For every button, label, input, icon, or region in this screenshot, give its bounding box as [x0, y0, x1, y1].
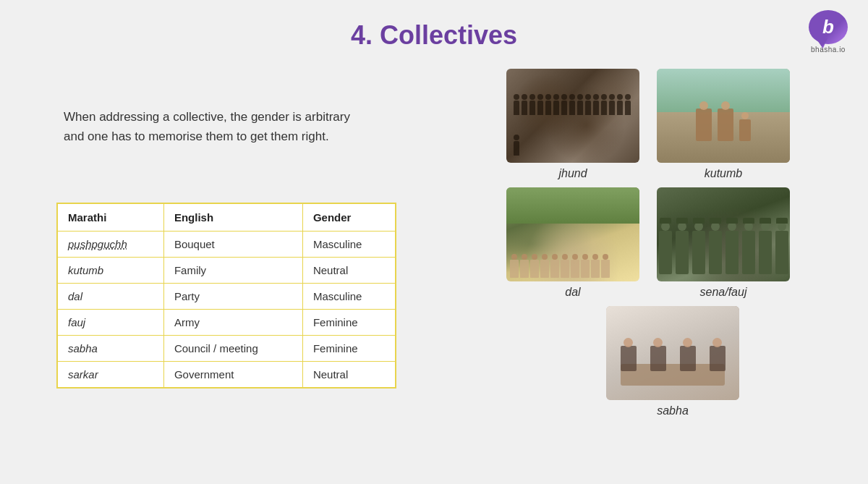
table-row: sabha Council / meeting Feminine [57, 336, 396, 362]
table-row: dal Party Masculine [57, 284, 396, 310]
image-jhund [506, 69, 639, 163]
english-cell: Family [163, 258, 302, 284]
figure [514, 101, 519, 115]
image-card-kutumb: kutumb [657, 69, 790, 180]
image-card-senafauj: sena/fauj [657, 187, 790, 299]
image-dal [506, 187, 639, 281]
col-gender: Gender [302, 203, 396, 232]
figure [514, 141, 519, 156]
seated-crowd [506, 224, 639, 281]
gender-cell: Neutral [302, 362, 396, 389]
family-persons [657, 109, 790, 141]
figure [617, 101, 623, 115]
fam-child [739, 119, 751, 141]
figure [545, 101, 551, 115]
figure [609, 101, 615, 115]
person [561, 260, 569, 278]
office-person [621, 346, 637, 371]
image-card-sabha: sabha [606, 306, 739, 417]
image-label-sabha: sabha [657, 404, 689, 417]
figure [522, 101, 527, 115]
table-row: fauj Army Feminine [57, 310, 396, 336]
description-line1: When addressing a collective, the gender… [64, 110, 350, 124]
tree-bg [506, 187, 639, 224]
table-row: kutumb Family Neutral [57, 258, 396, 284]
figure [553, 101, 559, 115]
image-card-jhund: jhund [506, 69, 639, 180]
figure [577, 101, 583, 115]
soldier [676, 231, 689, 274]
office-person [650, 346, 666, 371]
english-cell: Council / meeting [163, 336, 302, 362]
figure [585, 101, 591, 115]
marathi-cell: dal [57, 284, 163, 310]
figure [561, 101, 567, 115]
collectives-table: Marathi English Gender pushpguchh Bouque… [56, 203, 396, 389]
marathi-cell: kutumb [57, 258, 163, 284]
crowd-figures [506, 69, 639, 163]
person [530, 260, 539, 278]
soldier [775, 231, 788, 274]
english-cell: Party [163, 284, 302, 310]
english-cell: Government [163, 362, 302, 389]
soldier [692, 231, 705, 274]
soldier [759, 231, 772, 274]
figure [537, 101, 543, 115]
person [540, 260, 549, 278]
gender-cell: Neutral [302, 258, 396, 284]
office-persons [613, 346, 732, 371]
image-senafauj [657, 187, 790, 281]
soldier [742, 231, 755, 274]
image-sabha [606, 306, 739, 400]
image-row-2: dal sena/fauj [506, 187, 839, 299]
description-block: When addressing a collective, the gender… [64, 107, 350, 146]
gender-cell: Feminine [302, 336, 396, 362]
marathi-cell: fauj [57, 310, 163, 336]
image-kutumb [657, 69, 790, 163]
image-label-dal: dal [565, 286, 580, 299]
english-cell: Bouquet [163, 232, 302, 258]
gender-cell: Masculine [302, 232, 396, 258]
image-row-3: sabha [506, 306, 839, 417]
person [581, 260, 590, 278]
marathi-cell: sarkar [57, 362, 163, 389]
gender-cell: Masculine [302, 284, 396, 310]
person [601, 260, 610, 278]
table-row: sarkar Government Neutral [57, 362, 396, 389]
col-marathi: Marathi [57, 203, 163, 232]
logo-icon: b [809, 10, 848, 44]
army-row [657, 231, 790, 274]
soldier [726, 231, 739, 274]
fam-adult [696, 109, 712, 141]
figure [569, 101, 575, 115]
image-label-jhund: jhund [558, 167, 587, 180]
office-person [710, 346, 726, 371]
page-title: 4. Collectives [0, 0, 868, 51]
person [591, 260, 600, 278]
marathi-cell: sabha [57, 336, 163, 362]
person [510, 260, 519, 278]
soldier [709, 231, 722, 274]
image-label-kutumb: kutumb [705, 167, 742, 180]
logo: b bhasha.io [803, 10, 854, 54]
fam-adult [718, 109, 733, 141]
figure [625, 101, 631, 115]
images-section: jhund kutumb [506, 69, 839, 417]
person [571, 260, 579, 278]
office-person [680, 346, 696, 371]
description-line2: and one has to memorise them to get them… [64, 130, 329, 143]
image-label-senafauj: sena/fauj [700, 286, 747, 299]
col-english: English [163, 203, 302, 232]
marathi-cell: pushpguchh [57, 232, 163, 258]
logo-site: bhasha.io [811, 46, 846, 54]
soldier [659, 231, 672, 274]
data-table: Marathi English Gender pushpguchh Bouque… [56, 203, 396, 389]
figure [601, 101, 607, 115]
figure [529, 101, 535, 115]
image-card-dal: dal [506, 187, 639, 299]
person [520, 260, 529, 278]
english-cell: Army [163, 310, 302, 336]
person [550, 260, 559, 278]
title-number: 4. [351, 20, 373, 50]
gender-cell: Feminine [302, 310, 396, 336]
